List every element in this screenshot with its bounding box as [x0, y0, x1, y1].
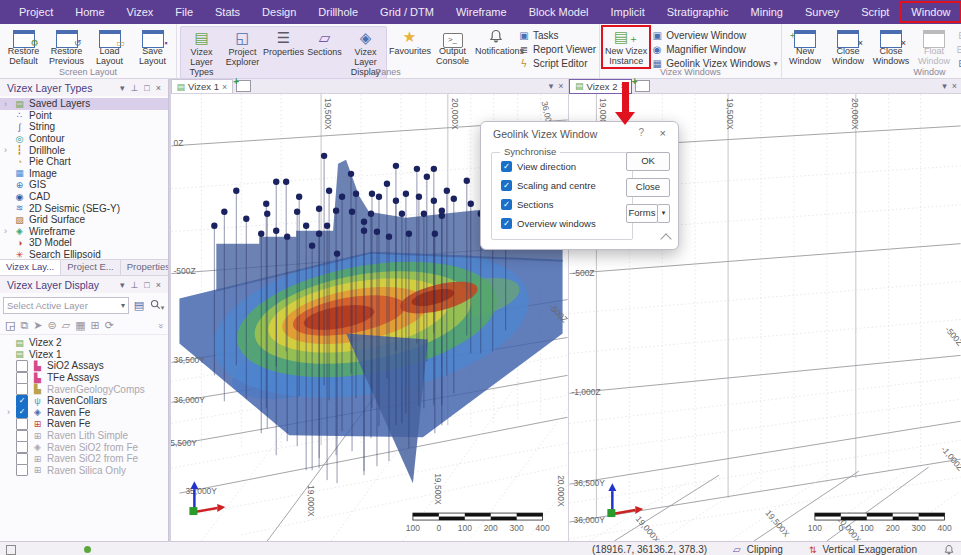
panel-menu-icon[interactable]: ▾ — [117, 83, 128, 93]
vizex1-layer-group[interactable]: ▤Vizex 1 — [0, 349, 168, 361]
restore-previous-button[interactable]: ↺Restore Previous — [46, 26, 87, 67]
new-window-button[interactable]: ＋New Window — [785, 26, 826, 67]
layer-ravengeologycomps[interactable]: ▙RavenGeologyComps — [0, 383, 168, 395]
menu-implicit[interactable]: Implicit — [600, 2, 656, 22]
overview-windows-checkbox-row[interactable]: ✓Overview windows — [501, 218, 632, 229]
collapse-chevrons-icon[interactable]: » — [155, 323, 165, 328]
layer-raven-lith-simple[interactable]: ⊞Raven Lith Simple — [0, 430, 168, 442]
layer-type-cad[interactable]: ◉CAD — [0, 191, 168, 203]
layer-type-3d-model[interactable]: ◑3D Model — [0, 237, 168, 249]
layer-raven-sio2-from-fe-bm[interactable]: ◈Raven SiO2 from Fe — [0, 441, 168, 453]
layer-type-grid-surface[interactable]: ▨Grid Surface — [0, 214, 168, 226]
new-tab-button[interactable] — [236, 80, 251, 92]
close-button[interactable]: Close — [626, 178, 670, 197]
new-vizex-instance-button[interactable]: ▤＋ New Vizex Instance — [603, 26, 649, 67]
view-mode-icon[interactable]: ◲ — [5, 319, 15, 332]
tab-vizex-layers[interactable]: Vizex Lay... — [0, 260, 61, 275]
layer-type-string[interactable]: ∫String — [0, 121, 168, 133]
checkbox[interactable] — [16, 418, 28, 430]
layer-raven-sio2-from-fe-grid[interactable]: ⊞Raven SiO2 from Fe — [0, 453, 168, 465]
checkbox[interactable] — [16, 441, 28, 453]
forms-dropdown-button[interactable]: ▾ — [657, 204, 670, 223]
checkbox[interactable] — [16, 360, 28, 372]
close-pane-icon[interactable]: × — [558, 81, 563, 91]
vizex2-layer-group[interactable]: ▤Vizex 2 — [0, 337, 168, 349]
save-layout-button[interactable]: ▪Save Layout — [132, 26, 173, 67]
magnifier-window-button[interactable]: ◉Magnifier Window — [651, 43, 777, 56]
layer-type-drillhole[interactable]: ›┇Drillhole — [0, 144, 168, 156]
maximize-icon[interactable]: □ — [141, 280, 152, 290]
checkbox[interactable] — [16, 383, 28, 395]
menu-vizex[interactable]: Vizex — [116, 2, 165, 22]
layer-ravencollars[interactable]: ✓ψRavenCollars — [0, 395, 168, 407]
menu-window[interactable]: Window — [900, 2, 961, 22]
overview-window-button[interactable]: ▣Overview Window — [651, 29, 777, 42]
checkbox-checked[interactable]: ✓ — [501, 218, 512, 229]
output-console-button[interactable]: >_Output Console — [432, 26, 473, 67]
bell-icon[interactable] — [943, 544, 955, 555]
layer-type-point[interactable]: ∴Point — [0, 110, 168, 122]
menu-mining[interactable]: Mining — [740, 2, 794, 22]
layer-type-contour[interactable]: ◎Contour — [0, 133, 168, 145]
checkbox-checked[interactable]: ✓ — [501, 199, 512, 210]
menu-design[interactable]: Design — [251, 2, 307, 22]
ok-button[interactable]: OK — [626, 152, 670, 171]
close-icon[interactable]: × — [153, 83, 164, 93]
scaling-centre-checkbox-row[interactable]: ✓Scaling and centre — [501, 180, 632, 191]
tab-properties[interactable]: Properties — [121, 260, 168, 275]
checkbox[interactable] — [16, 464, 28, 476]
checkbox-checked[interactable]: ✓ — [16, 395, 28, 407]
close-icon[interactable]: × — [153, 280, 164, 290]
layer-type-image[interactable]: ▦Image — [0, 168, 168, 180]
tasks-button[interactable]: ▣Tasks — [518, 29, 596, 42]
refresh-icon[interactable]: ⟳ — [105, 319, 114, 332]
layers-button[interactable]: ▤ — [131, 299, 147, 312]
layer-raven-fe-blockmodel[interactable]: ›✓◈Raven Fe — [0, 407, 168, 419]
checkbox[interactable] — [16, 453, 28, 465]
vertical-exaggeration-toggle[interactable]: Vertical Exaggeration — [822, 544, 917, 555]
active-layer-select[interactable]: Select Active Layer ▾ — [3, 297, 129, 314]
resize-chevron-icon[interactable] — [660, 233, 671, 244]
layer-sio2-assays[interactable]: ▙SiO2 Assays — [0, 360, 168, 372]
close-windows-button[interactable]: ×Close Windows — [871, 26, 912, 67]
tab-project-explorer[interactable]: Project E... — [61, 260, 120, 275]
favourites-button[interactable]: ★Favourites — [389, 26, 430, 57]
menu-home[interactable]: Home — [64, 2, 115, 22]
layer-type-search-ellipsoid[interactable]: ✳Search Ellipsoid — [0, 249, 168, 259]
menu-drillhole[interactable]: Drillhole — [307, 2, 369, 22]
selection-mode-icon[interactable] — [6, 545, 16, 555]
checkbox-checked[interactable]: ✓ — [501, 161, 512, 172]
layer-type-2d-seismic[interactable]: ≋2D Seismic (SEG-Y) — [0, 202, 168, 214]
menu-project[interactable]: Project — [8, 2, 64, 22]
checkbox-checked[interactable]: ✓ — [501, 180, 512, 191]
help-icon[interactable]: ? — [638, 127, 644, 138]
pin-icon[interactable]: ⊥ — [127, 280, 141, 290]
layer-raven-silica-only[interactable]: ⊞Raven Silica Only — [0, 465, 168, 477]
forms-button[interactable]: Forms — [626, 204, 658, 223]
layer-tfe-assays[interactable]: ▙TFe Assays — [0, 372, 168, 384]
load-layout-button[interactable]: ▭Load Layout — [89, 26, 130, 67]
tab-menu-icon[interactable]: ▾ — [942, 81, 947, 91]
close-pane-icon[interactable]: × — [952, 81, 957, 91]
report-viewer-button[interactable]: ≣Report Viewer — [518, 43, 596, 56]
menu-stratigraphic[interactable]: Stratigraphic — [656, 2, 740, 22]
menu-script[interactable]: Script — [850, 2, 900, 22]
restore-default-button[interactable]: ⚙Restore Default — [3, 26, 44, 67]
tab-menu-icon[interactable]: ▾ — [549, 81, 554, 91]
new-tab-button[interactable] — [635, 80, 650, 92]
layer-raven-fe-grid[interactable]: ⊞Raven Fe — [0, 418, 168, 430]
panel-menu-icon[interactable]: ▾ — [117, 280, 128, 290]
close-icon[interactable]: × — [660, 127, 666, 139]
menu-grid-dtm[interactable]: Grid / DTM — [369, 2, 445, 22]
layer-type-saved-layers[interactable]: ›▤Saved Layers — [0, 98, 168, 110]
maximize-icon[interactable]: □ — [141, 83, 152, 93]
layer-type-pie-chart[interactable]: ◔Pie Chart — [0, 156, 168, 168]
view-direction-checkbox-row[interactable]: ✓View direction — [501, 161, 632, 172]
tab-vizex-1[interactable]: ▤ Vizex 1 × — [171, 79, 234, 93]
menu-file[interactable]: File — [164, 2, 204, 22]
close-tab-icon[interactable]: × — [222, 82, 227, 92]
pin-icon[interactable]: ⊥ — [127, 83, 141, 93]
notifications-button[interactable]: Notifications — [475, 26, 516, 57]
checkbox[interactable] — [16, 372, 28, 384]
checkbox-checked[interactable]: ✓ — [16, 406, 28, 418]
